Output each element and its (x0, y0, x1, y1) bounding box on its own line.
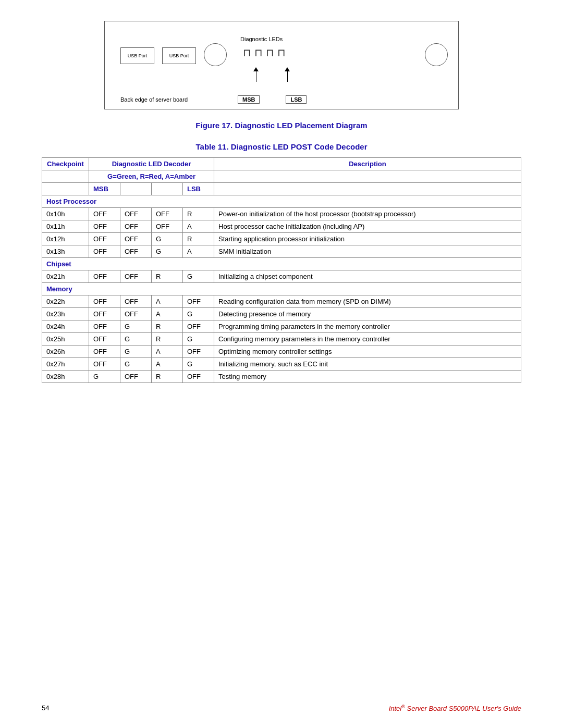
cell-lsb: R (183, 233, 214, 245)
page-footer: 54 Intel® Server Board S5000PAL User's G… (42, 704, 521, 712)
cell-c3: A (152, 308, 183, 320)
back-edge-label: Back edge of server board (120, 96, 188, 103)
cell-checkpoint: 0x22h (42, 295, 89, 308)
section-label-memory: Memory (42, 283, 521, 295)
table-row: 0x24h OFF G R OFF Programming timing par… (42, 320, 521, 333)
cell-c3: OFF (152, 208, 183, 220)
cell-desc: Configuring memory parameters in the mem… (214, 333, 521, 346)
table-row: 0x28h G OFF R OFF Testing memory (42, 371, 521, 383)
cell-msb: OFF (89, 233, 120, 245)
cell-desc: Optimizing memory controller settings (214, 346, 521, 358)
cell-checkpoint: 0x13h (42, 245, 89, 258)
msb-lsb-header-row: MSB LSB (42, 183, 521, 195)
cell-c3: G (152, 245, 183, 258)
cell-c3: A (152, 346, 183, 358)
table-row: 0x10h OFF OFF OFF R Power-on initializat… (42, 208, 521, 220)
cell-c3: A (152, 358, 183, 371)
cell-lsb: G (183, 270, 214, 283)
cell-msb: OFF (89, 333, 120, 346)
cell-checkpoint: 0x21h (42, 270, 89, 283)
circle-left (204, 43, 227, 66)
cell-desc: Host processor cache initialization (inc… (214, 220, 521, 233)
arrow-msb (253, 67, 259, 82)
cell-checkpoint: 0x10h (42, 208, 89, 220)
cell-c2: OFF (120, 220, 152, 233)
cell-c2: G (120, 358, 152, 371)
cell-checkpoint: 0x25h (42, 333, 89, 346)
table-caption: Table 11. Diagnostic LED POST Code Decod… (196, 142, 368, 151)
led-2: ⊓ (254, 46, 263, 59)
color-key-row: G=Green, R=Red, A=Amber (42, 170, 521, 183)
cell-desc: SMM initialization (214, 245, 521, 258)
header-description: Description (214, 158, 521, 170)
cell-msb: OFF (89, 208, 120, 220)
cell-checkpoint: 0x23h (42, 308, 89, 320)
table-row: 0x12h OFF OFF G R Starting application p… (42, 233, 521, 245)
arrow-lsb (285, 67, 290, 82)
cell-lsb: G (183, 308, 214, 320)
table-row: 0x22h OFF OFF A OFF Reading configuratio… (42, 295, 521, 308)
cell-c3: R (152, 333, 183, 346)
table-row: 0x23h OFF OFF A G Detecting presence of … (42, 308, 521, 320)
cell-c3: R (152, 320, 183, 333)
section-memory: Memory (42, 283, 521, 295)
cell-lsb: G (183, 358, 214, 371)
diagram-box: USB Port USB Port Diagnostic LEDs ⊓ ⊓ ⊓ … (104, 21, 459, 109)
cell-lsb: OFF (183, 295, 214, 308)
cell-c3: G (152, 233, 183, 245)
cell-checkpoint: 0x11h (42, 220, 89, 233)
section-label-host-processor: Host Processor (42, 195, 521, 208)
lsb-box: LSB (286, 95, 307, 104)
cell-checkpoint: 0x28h (42, 371, 89, 383)
main-table: Checkpoint Diagnostic LED Decoder Descri… (42, 157, 521, 383)
table-header-row: Checkpoint Diagnostic LED Decoder Descri… (42, 158, 521, 170)
cell-c3: OFF (152, 220, 183, 233)
section-host-processor: Host Processor (42, 195, 521, 208)
led-3: ⊓ (266, 46, 274, 59)
cell-lsb: A (183, 245, 214, 258)
figure-caption: Figure 17. Diagnostic LED Placement Diag… (195, 121, 367, 130)
cell-c2: OFF (120, 233, 152, 245)
col-lsb-header: LSB (183, 183, 214, 195)
table-row: 0x13h OFF OFF G A SMM initialization (42, 245, 521, 258)
diagram-section: USB Port USB Port Diagnostic LEDs ⊓ ⊓ ⊓ … (42, 21, 521, 116)
color-key-cell: G=Green, R=Red, A=Amber (89, 170, 214, 183)
cell-msb: OFF (89, 320, 120, 333)
page-number: 54 (42, 704, 49, 712)
cell-checkpoint: 0x26h (42, 346, 89, 358)
col-msb-header: MSB (89, 183, 120, 195)
cell-c2: G (120, 320, 152, 333)
cell-desc: Programming timing parameters in the mem… (214, 320, 521, 333)
cell-msb: OFF (89, 270, 120, 283)
cell-msb: G (89, 371, 120, 383)
page-container: USB Port USB Port Diagnostic LEDs ⊓ ⊓ ⊓ … (0, 0, 563, 728)
cell-c2: OFF (120, 371, 152, 383)
cell-c2: OFF (120, 308, 152, 320)
cell-msb: OFF (89, 245, 120, 258)
section-label-chipset: Chipset (42, 258, 521, 270)
cell-c3: R (152, 270, 183, 283)
diag-leds-label: Diagnostic LEDs (240, 36, 283, 42)
circle-right (425, 43, 448, 66)
msb-lsb-row: MSB LSB (238, 95, 307, 104)
cell-desc: Starting application processor initializ… (214, 233, 521, 245)
table-row: 0x21h OFF OFF R G Initializing a chipset… (42, 270, 521, 283)
cell-desc: Detecting presence of memory (214, 308, 521, 320)
cell-msb: OFF (89, 346, 120, 358)
cell-lsb: OFF (183, 320, 214, 333)
cell-c2: OFF (120, 245, 152, 258)
cell-desc: Reading configuration data from memory (… (214, 295, 521, 308)
table-row: 0x11h OFF OFF OFF A Host processor cache… (42, 220, 521, 233)
cell-desc: Initializing a chipset component (214, 270, 521, 283)
cell-checkpoint: 0x27h (42, 358, 89, 371)
cell-desc: Initializing memory, such as ECC init (214, 358, 521, 371)
cell-msb: OFF (89, 358, 120, 371)
section-chipset: Chipset (42, 258, 521, 270)
cell-c2: OFF (120, 295, 152, 308)
cell-c2: OFF (120, 208, 152, 220)
table-row: 0x25h OFF G R G Configuring memory param… (42, 333, 521, 346)
led-1: ⊓ (243, 46, 251, 59)
cell-lsb: R (183, 208, 214, 220)
usb-port-right: USB Port (162, 47, 196, 64)
cell-desc: Testing memory (214, 371, 521, 383)
